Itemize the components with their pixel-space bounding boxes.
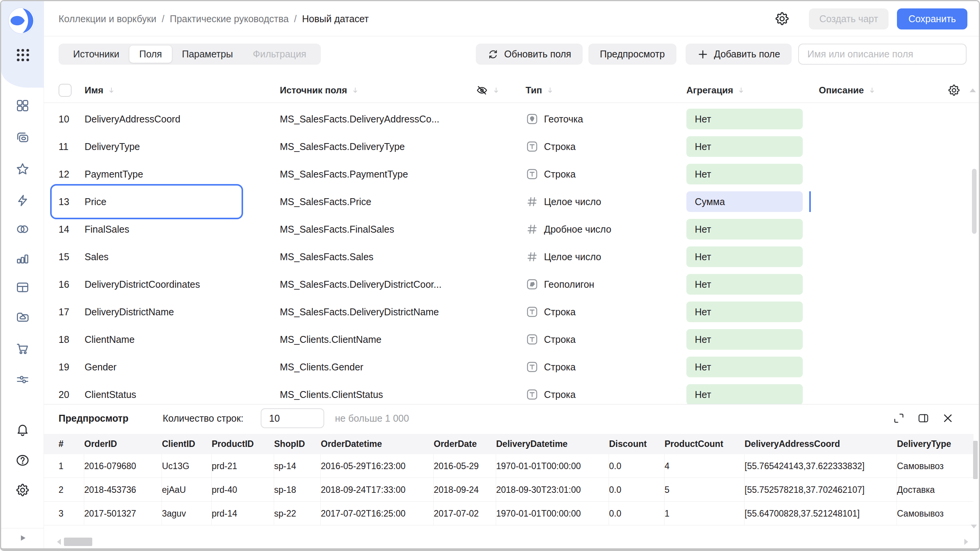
aggregation-select[interactable]: Нет xyxy=(686,246,803,267)
field-search-input[interactable] xyxy=(798,44,967,65)
sidebar-gear-icon[interactable] xyxy=(1,482,44,499)
field-type[interactable]: Строка xyxy=(526,388,686,401)
column-header-source[interactable]: Источник поля xyxy=(280,85,476,96)
sidebar-item-bar-chart-icon[interactable] xyxy=(1,250,44,267)
save-button[interactable]: Сохранить xyxy=(897,8,967,29)
sidebar-item-cart-icon[interactable] xyxy=(1,340,44,357)
field-row-Price[interactable]: 13PriceMS_SalesFacts.PriceЦелое числоСум… xyxy=(44,188,979,215)
field-row-PaymentType[interactable]: 12PaymentTypeMS_SalesFacts.PaymentTypeСт… xyxy=(44,160,979,188)
column-header-aggregation[interactable]: Агрегация xyxy=(686,85,819,96)
aggregation-select[interactable]: Нет xyxy=(686,384,803,404)
sidebar-expand-button[interactable] xyxy=(1,531,44,545)
preview-close-icon[interactable] xyxy=(942,412,954,424)
aggregation-select[interactable]: Нет xyxy=(686,219,803,240)
fields-vertical-scrollbar[interactable] xyxy=(972,169,977,234)
dataset-settings-gear-icon[interactable] xyxy=(774,11,790,26)
aggregation-select[interactable]: Нет xyxy=(686,357,803,377)
preview-horizontal-scrollbar[interactable] xyxy=(64,538,92,546)
field-name[interactable]: Price xyxy=(85,196,280,207)
column-header-visibility[interactable] xyxy=(476,84,526,96)
aggregation-select[interactable]: Нет xyxy=(686,329,803,350)
sort-arrow-icon[interactable] xyxy=(868,86,876,95)
sidebar-help-icon[interactable] xyxy=(1,452,44,469)
sort-arrow-icon[interactable] xyxy=(351,86,359,95)
field-name[interactable]: PaymentType xyxy=(85,169,280,180)
field-type[interactable]: Строка xyxy=(526,168,686,181)
field-row-number: 14 xyxy=(59,224,85,235)
field-row-DeliveryAddressCoord[interactable]: 10DeliveryAddressCoordMS_SalesFacts.Deli… xyxy=(44,105,979,133)
field-name[interactable]: DeliveryAddressCoord xyxy=(85,114,280,125)
column-header-name[interactable]: Имя xyxy=(85,85,280,96)
sidebar-item-collections-icon[interactable] xyxy=(1,129,44,146)
field-type[interactable]: Строка xyxy=(526,305,686,318)
field-row-DeliveryDistrictName[interactable]: 17DeliveryDistrictNameMS_SalesFacts.Deli… xyxy=(44,298,979,326)
tab-fields[interactable]: Поля xyxy=(129,46,172,63)
field-type[interactable]: Строка xyxy=(526,333,686,346)
field-name[interactable]: Sales xyxy=(85,251,280,262)
sort-arrow-icon[interactable] xyxy=(492,86,500,95)
app-switcher-icon[interactable] xyxy=(16,48,30,62)
field-type[interactable]: Целое число xyxy=(526,195,686,208)
preview-cell: 1970-01-01T00:00:00 xyxy=(496,454,609,478)
tab-parameters[interactable]: Параметры xyxy=(172,46,243,63)
table-settings-gear-icon[interactable] xyxy=(947,84,960,97)
sort-arrow-icon[interactable] xyxy=(737,86,745,95)
field-row-ClientStatus[interactable]: 20ClientStatusMS_Clients.ClientStatusСтр… xyxy=(44,381,979,404)
preview-dock-right-icon[interactable] xyxy=(917,412,929,424)
field-name[interactable]: Gender xyxy=(85,362,280,373)
sidebar-item-filters-sliders-icon[interactable] xyxy=(1,371,44,388)
field-name[interactable]: DeliveryDistrictName xyxy=(85,306,280,318)
field-row-ClientName[interactable]: 18ClientNameMS_Clients.ClientNameСтрокаН… xyxy=(44,326,979,353)
field-type[interactable]: Дробное число xyxy=(526,223,686,236)
field-name[interactable]: ClientStatus xyxy=(85,389,280,400)
aggregation-select[interactable]: Нет xyxy=(686,164,803,184)
breadcrumb-collections[interactable]: Коллекции и воркбуки xyxy=(59,13,157,24)
sidebar-item-favorites-star-icon[interactable] xyxy=(1,161,44,178)
preview-expand-icon[interactable] xyxy=(893,412,905,424)
field-type[interactable]: Целое число xyxy=(526,250,686,263)
field-row-DeliveryDistrictCoordinates[interactable]: 16DeliveryDistrictCoordinatesMS_SalesFac… xyxy=(44,271,979,298)
refresh-fields-button[interactable]: Обновить поля xyxy=(476,44,583,65)
create-chart-button[interactable]: Создать чарт xyxy=(809,8,889,29)
scroll-left-arrow[interactable] xyxy=(57,539,61,545)
field-type[interactable]: Геоточка xyxy=(526,112,686,126)
aggregation-select[interactable]: Нет xyxy=(686,302,803,322)
field-name[interactable]: FinalSales xyxy=(85,224,280,235)
field-name[interactable]: ClientName xyxy=(85,334,280,345)
fields-scroll-up-arrow[interactable] xyxy=(970,88,976,92)
sort-arrow-icon[interactable] xyxy=(107,86,116,95)
datalens-logo-icon[interactable] xyxy=(7,7,36,35)
column-header-description[interactable]: Описание xyxy=(819,85,945,96)
sidebar-item-cloud-folder-icon[interactable] xyxy=(1,309,44,326)
field-name[interactable]: DeliveryType xyxy=(85,141,280,152)
sidebar-item-grid-tiles-icon[interactable] xyxy=(1,97,44,114)
sidebar-bell-icon[interactable] xyxy=(1,421,44,438)
tab-sources[interactable]: Источники xyxy=(63,46,129,63)
rows-count-input[interactable] xyxy=(261,408,324,428)
field-row-Sales[interactable]: 15SalesMS_SalesFacts.SalesЦелое числоНет xyxy=(44,243,979,271)
select-all-checkbox[interactable] xyxy=(59,84,72,97)
aggregation-select[interactable]: Нет xyxy=(686,109,803,129)
scroll-right-arrow[interactable] xyxy=(964,539,968,545)
breadcrumb-guides[interactable]: Практические руководства xyxy=(170,13,289,24)
field-row-Gender[interactable]: 19GenderMS_Clients.GenderСтрокаНет xyxy=(44,353,979,381)
sort-arrow-icon[interactable] xyxy=(546,86,554,95)
field-type[interactable]: Геополигон xyxy=(526,278,686,291)
add-field-button[interactable]: Добавить поле xyxy=(686,44,792,65)
preview-button[interactable]: Предпросмотр xyxy=(588,44,676,65)
sidebar-item-lightning-icon[interactable] xyxy=(1,192,44,209)
sidebar-item-linked-circles-icon[interactable] xyxy=(1,221,44,238)
sidebar-item-table-icon[interactable] xyxy=(1,279,44,296)
aggregation-select[interactable]: Сумма xyxy=(686,191,803,212)
aggregation-select[interactable]: Нет xyxy=(686,274,803,295)
field-type[interactable]: Строка xyxy=(526,140,686,153)
column-header-type[interactable]: Тип xyxy=(526,85,686,96)
eye-off-icon[interactable] xyxy=(476,84,488,96)
field-row-FinalSales[interactable]: 14FinalSalesMS_SalesFacts.FinalSalesДроб… xyxy=(44,215,979,243)
field-name[interactable]: DeliveryDistrictCoordinates xyxy=(85,279,280,290)
preview-vertical-scrollbar[interactable] xyxy=(973,441,978,479)
preview-scroll-down-arrow[interactable] xyxy=(971,525,977,528)
field-row-DeliveryType[interactable]: 11DeliveryTypeMS_SalesFacts.DeliveryType… xyxy=(44,133,979,160)
field-type[interactable]: Строка xyxy=(526,360,686,373)
aggregation-select[interactable]: Нет xyxy=(686,136,803,157)
